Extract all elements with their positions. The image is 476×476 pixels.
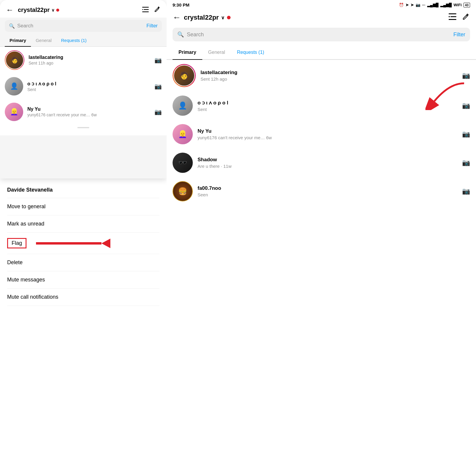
list-item[interactable]: 🧑 lastellacatering Sent 11h ago 📷: [0, 47, 167, 73]
camera-icon[interactable]: 📷: [154, 57, 162, 64]
camera-icon[interactable]: 📷: [462, 130, 470, 138]
svg-rect-2: [142, 11, 149, 12]
header-icons: [142, 6, 161, 14]
chevron-down-icon[interactable]: ∨: [221, 15, 225, 21]
bottom-sheet: Davide Stevanella Move to general Mark a…: [0, 178, 167, 476]
tab-general[interactable]: General: [31, 34, 56, 46]
msg-name: Ny Yu: [27, 107, 150, 112]
sheet-item-unread[interactable]: Mark as unread: [7, 215, 159, 233]
list-item[interactable]: 👱‍♀️ Ny Yu yuny6176 can't receive your m…: [167, 120, 476, 148]
more-icon: ···: [422, 3, 425, 7]
avatar: 🕶️: [173, 153, 193, 173]
menu-icon[interactable]: [142, 6, 149, 14]
search-icon: 🔍: [9, 23, 15, 29]
list-item[interactable]: 👱‍♀️ Ny Yu yuny6176 can't receive your m…: [0, 99, 167, 125]
back-button[interactable]: ←: [173, 13, 181, 22]
nav-icon-2: ➤: [411, 3, 414, 7]
status-bar: 9:30 PM ⏰ ➤ ➤ 📷 ··· ▂▄▆█ ▂▄▆█ WiFi 43: [167, 0, 476, 10]
avatar: 🍔: [173, 181, 193, 201]
msg-name: ο ɔ ι ʌ ο ρ ο l: [198, 100, 457, 106]
search-input[interactable]: Search: [17, 23, 144, 29]
chevron-down-icon[interactable]: ∨: [51, 8, 54, 12]
back-button[interactable]: ←: [6, 5, 14, 15]
arrow-head: [101, 239, 110, 248]
camera-icon[interactable]: 📷: [462, 72, 470, 79]
username-label: crystal22pr: [184, 14, 219, 21]
tab-requests[interactable]: Requests (1): [231, 46, 270, 59]
time-display: 9:30 PM: [173, 2, 190, 7]
avatar-ring: 🧑: [5, 50, 24, 70]
msg-preview: Sent 11h ago: [29, 61, 150, 65]
nav-icon: ➤: [405, 3, 409, 7]
avatar: 👤: [5, 77, 23, 95]
avatar: 👤: [173, 95, 193, 116]
header-icons: [449, 13, 470, 22]
username-label: crystal22pr: [18, 7, 50, 13]
compose-icon[interactable]: [154, 6, 161, 14]
flag-label[interactable]: Flag: [7, 238, 26, 248]
camera-icon[interactable]: 📷: [462, 159, 470, 167]
msg-preview: Sent: [198, 107, 457, 112]
svg-rect-4: [449, 13, 456, 14]
tab-primary[interactable]: Primary: [173, 46, 202, 59]
msg-content: Shadow Are u there · 11w: [198, 157, 457, 169]
sheet-handle: [77, 127, 89, 128]
wifi-icon: WiFi: [453, 3, 461, 7]
svg-rect-5: [450, 16, 456, 17]
filter-button[interactable]: Filter: [146, 23, 158, 29]
sheet-item-flag[interactable]: Flag: [7, 233, 159, 254]
sheet-item-move[interactable]: Move to general: [7, 198, 159, 215]
svg-rect-6: [449, 19, 456, 20]
tab-primary[interactable]: Primary: [5, 34, 31, 46]
msg-name: fa00.7noo: [198, 185, 457, 191]
compose-icon[interactable]: [462, 13, 470, 22]
right-tabs: Primary General Requests (1): [167, 46, 476, 60]
msg-content: Ny Yu yuny6176 can't receive your me… 6w: [27, 107, 150, 117]
camera-icon[interactable]: 📷: [462, 187, 470, 195]
camera-icon[interactable]: 📷: [154, 108, 162, 115]
camera-icon[interactable]: 📷: [154, 83, 162, 90]
list-item[interactable]: 🍔 fa00.7noo Seen 📷: [167, 177, 476, 206]
msg-content: fa00.7noo Seen: [198, 185, 457, 197]
avatar: 👱‍♀️: [173, 124, 193, 144]
tabs-row: Primary General Requests (1): [0, 34, 167, 47]
right-search-bar[interactable]: 🔍 Search Filter: [173, 28, 470, 41]
msg-name: lastellacatering: [29, 55, 150, 60]
svg-point-3: [142, 9, 143, 10]
msg-name: ο ɔ ι ʌ ο ρ ο l: [27, 81, 150, 87]
signal-icon: ▂▄▆█: [427, 3, 439, 7]
msg-name: Ny Yu: [198, 128, 457, 134]
alarm-icon: ⏰: [399, 3, 404, 7]
header-title: crystal22pr ∨: [18, 7, 142, 13]
avatar-inner: 🧑: [5, 51, 24, 69]
menu-icon[interactable]: [449, 13, 456, 22]
msg-preview: Sent 12h ago: [201, 76, 457, 82]
status-dot: [227, 16, 231, 19]
battery-icon: 43: [464, 3, 470, 7]
msg-content: Ny Yu yuny6176 can't receive your me… 6w: [198, 128, 457, 140]
status-dot: [56, 9, 59, 12]
search-input[interactable]: Search: [187, 32, 450, 38]
tab-requests[interactable]: Requests (1): [56, 34, 91, 46]
msg-content: ο ɔ ι ʌ ο ρ ο l Sent: [27, 81, 150, 92]
arrow-body: [36, 242, 101, 245]
arrow-annotation: [36, 239, 110, 248]
avatar: 👱‍♀️: [5, 103, 23, 121]
sheet-item-mute-msg[interactable]: Mute messages: [7, 271, 159, 289]
tab-general[interactable]: General: [202, 46, 231, 59]
left-panel: ← crystal22pr ∨: [0, 0, 167, 476]
status-icons: ⏰ ➤ ➤ 📷 ··· ▂▄▆█ ▂▄▆█ WiFi 43: [399, 3, 470, 7]
right-panel-wrapper: 9:30 PM ⏰ ➤ ➤ 📷 ··· ▂▄▆█ ▂▄▆█ WiFi 43: [167, 0, 476, 476]
msg-preview: yuny6176 can't receive your me… 6w: [27, 112, 150, 117]
sheet-user: Davide Stevanella: [7, 184, 159, 198]
sheet-item-mute-call[interactable]: Mute call notifications: [7, 289, 159, 306]
sheet-item-delete[interactable]: Delete: [7, 254, 159, 271]
filter-button[interactable]: Filter: [453, 32, 465, 38]
avatar-inner: 🧑: [173, 65, 195, 86]
signal-icon-2: ▂▄▆█: [440, 3, 452, 7]
list-item[interactable]: 👤 ο ɔ ι ʌ ο ρ ο l Sent 📷: [0, 73, 167, 99]
list-item[interactable]: 🕶️ Shadow Are u there · 11w 📷: [167, 148, 476, 177]
right-title: crystal22pr ∨: [184, 14, 446, 21]
search-bar[interactable]: 🔍 Search Filter: [5, 20, 162, 32]
phone-header: ← crystal22pr ∨: [0, 0, 167, 18]
